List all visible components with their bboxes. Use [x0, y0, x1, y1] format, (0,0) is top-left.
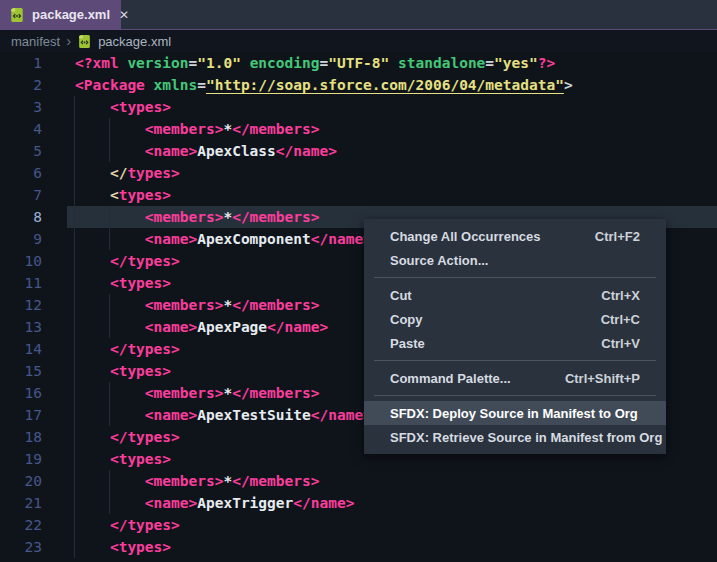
- chevron-right-icon: ›: [66, 33, 71, 48]
- code-text: <types>: [75, 96, 171, 118]
- code-text: </types>: [75, 338, 180, 360]
- tab-package-xml[interactable]: package.xml ✕: [0, 0, 121, 29]
- menu-item-shortcut: Ctrl+C: [601, 312, 640, 327]
- tab-label: package.xml: [32, 7, 110, 22]
- code-text: <name>ApexTrigger</name>: [75, 492, 354, 514]
- code-text: <name>ApexComponent</name>: [75, 228, 372, 250]
- code-text: </types>: [75, 426, 180, 448]
- menu-item-label: Paste: [390, 336, 425, 351]
- menu-separator: [374, 277, 656, 278]
- code-line-2[interactable]: 2<Package xmlns="http://soap.sforce.com/…: [0, 74, 717, 96]
- code-line-7[interactable]: 7 <types>: [0, 184, 717, 206]
- menu-item-change-all-occurrences[interactable]: Change All OccurrencesCtrl+F2: [364, 224, 666, 248]
- line-number[interactable]: 20: [0, 470, 42, 492]
- line-number[interactable]: 23: [0, 536, 42, 558]
- line-number[interactable]: 4: [0, 118, 42, 140]
- menu-item-label: Copy: [390, 312, 423, 327]
- menu-separator: [374, 360, 656, 361]
- line-number[interactable]: 15: [0, 360, 42, 382]
- menu-item-shortcut: Ctrl+X: [601, 288, 640, 303]
- line-number[interactable]: 14: [0, 338, 42, 360]
- menu-item-label: Source Action...: [390, 253, 488, 268]
- code-text: <name>ApexPage</name>: [75, 316, 328, 338]
- code-text: <?xml version="1.0" encoding="UTF-8" sta…: [75, 52, 555, 74]
- code-text: <types>: [75, 360, 171, 382]
- menu-item-label: Command Palette...: [390, 371, 511, 386]
- code-text: </types>: [75, 250, 180, 272]
- tab-close-icon[interactable]: ✕: [119, 9, 129, 21]
- menu-item-shortcut: Ctrl+Shift+P: [565, 371, 640, 386]
- line-number[interactable]: 19: [0, 448, 42, 470]
- line-number[interactable]: 2: [0, 74, 42, 96]
- menu-item-source-action[interactable]: Source Action...: [364, 248, 666, 272]
- code-text: </types>: [75, 162, 180, 184]
- code-text: <members>*</members>: [75, 470, 319, 492]
- code-text: </types>: [75, 514, 180, 536]
- menu-item-label: SFDX: Retrieve Source in Manifest from O…: [390, 430, 662, 445]
- xml-file-icon: [77, 34, 92, 49]
- context-menu: Change All OccurrencesCtrl+F2Source Acti…: [364, 219, 666, 454]
- code-line-6[interactable]: 6 </types>: [0, 162, 717, 184]
- line-number[interactable]: 17: [0, 404, 42, 426]
- menu-item-sfdx-deploy-source-in-manifest-to-org[interactable]: SFDX: Deploy Source in Manifest to Org: [364, 401, 666, 425]
- line-number[interactable]: 18: [0, 426, 42, 448]
- menu-item-label: Cut: [390, 288, 412, 303]
- code-text: <members>*</members>: [75, 294, 319, 316]
- line-number[interactable]: 11: [0, 272, 42, 294]
- breadcrumb-item-package-xml[interactable]: package.xml: [98, 34, 171, 49]
- line-number[interactable]: 12: [0, 294, 42, 316]
- menu-item-command-palette[interactable]: Command Palette...Ctrl+Shift+P: [364, 366, 666, 390]
- line-number[interactable]: 13: [0, 316, 42, 338]
- line-number[interactable]: 7: [0, 184, 42, 206]
- code-text: <name>ApexClass</name>: [75, 140, 337, 162]
- line-number[interactable]: 22: [0, 514, 42, 536]
- menu-separator: [374, 395, 656, 396]
- code-line-20[interactable]: 20 <members>*</members>: [0, 470, 717, 492]
- menu-item-paste[interactable]: PasteCtrl+V: [364, 331, 666, 355]
- line-number[interactable]: 21: [0, 492, 42, 514]
- line-number[interactable]: 10: [0, 250, 42, 272]
- xml-file-icon: [9, 7, 25, 23]
- code-text: <members>*</members>: [75, 206, 319, 228]
- code-line-21[interactable]: 21 <name>ApexTrigger</name>: [0, 492, 717, 514]
- tab-bar: package.xml ✕: [0, 0, 717, 30]
- code-text: <members>*</members>: [75, 118, 319, 140]
- code-line-23[interactable]: 23 <types>: [0, 536, 717, 558]
- line-number[interactable]: 8: [0, 206, 42, 228]
- code-line-4[interactable]: 4 <members>*</members>: [0, 118, 717, 140]
- code-line-3[interactable]: 3 <types>: [0, 96, 717, 118]
- menu-item-sfdx-retrieve-source-in-manifest-from-org[interactable]: SFDX: Retrieve Source in Manifest from O…: [364, 425, 666, 449]
- breadcrumb-item-manifest[interactable]: manifest: [11, 34, 60, 49]
- line-number[interactable]: 6: [0, 162, 42, 184]
- menu-item-label: Change All Occurrences: [390, 229, 541, 244]
- code-text: <types>: [75, 448, 171, 470]
- menu-item-shortcut: Ctrl+V: [601, 336, 640, 351]
- line-number[interactable]: 9: [0, 228, 42, 250]
- code-text: <types>: [75, 184, 171, 206]
- menu-item-cut[interactable]: CutCtrl+X: [364, 283, 666, 307]
- line-number[interactable]: 5: [0, 140, 42, 162]
- code-text: <members>*</members>: [75, 382, 319, 404]
- vscode-window: package.xml ✕ manifest › package.xml 1<?…: [0, 0, 717, 562]
- code-text: <Package xmlns="http://soap.sforce.com/2…: [75, 74, 573, 96]
- line-number[interactable]: 3: [0, 96, 42, 118]
- code-line-1[interactable]: 1<?xml version="1.0" encoding="UTF-8" st…: [0, 52, 717, 74]
- line-number[interactable]: 16: [0, 382, 42, 404]
- menu-item-copy[interactable]: CopyCtrl+C: [364, 307, 666, 331]
- code-text: <types>: [75, 272, 171, 294]
- menu-item-shortcut: Ctrl+F2: [595, 229, 640, 244]
- breadcrumb: manifest › package.xml: [0, 30, 717, 52]
- code-line-22[interactable]: 22 </types>: [0, 514, 717, 536]
- code-text: <types>: [75, 536, 171, 558]
- menu-item-label: SFDX: Deploy Source in Manifest to Org: [390, 406, 638, 421]
- line-number[interactable]: 1: [0, 52, 42, 74]
- code-text: <name>ApexTestSuite</name>: [75, 404, 372, 426]
- code-line-5[interactable]: 5 <name>ApexClass</name>: [0, 140, 717, 162]
